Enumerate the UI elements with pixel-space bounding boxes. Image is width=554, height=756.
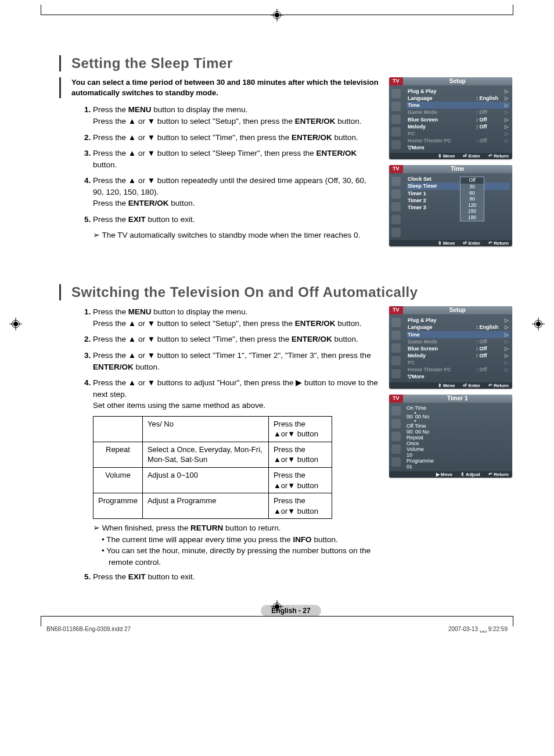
- step: Press the ▲ or ▼ button to select "Sleep…: [93, 148, 379, 170]
- step: Press the MENU button to display the men…: [93, 104, 379, 127]
- bullet: You can set the hour, minute, directly b…: [102, 545, 379, 568]
- osd-repeat-label: Repeat: [406, 435, 510, 440]
- osd-tv-label: TV: [389, 395, 403, 403]
- osd-row: Home Theater PC: Off▷: [406, 137, 510, 144]
- osd-row: Melody: Off▷: [406, 352, 510, 359]
- step: Press the MENU button to display the men…: [93, 306, 379, 329]
- page-number: English - 27: [70, 605, 512, 617]
- osd-row: Blue Screen: Off▷: [406, 116, 510, 123]
- osd-minute-box: 00: [415, 429, 421, 435]
- osd-row: Home Theater PC: Off▷: [406, 366, 510, 373]
- osd-row: ▽More: [406, 373, 510, 380]
- step: Press the ▲ or ▼ button repeatedly until…: [93, 175, 379, 209]
- osd-row: Plug & Play▷: [406, 317, 510, 324]
- osd-icon-col: [389, 314, 405, 380]
- osd-tv-label: TV: [389, 165, 403, 173]
- osd-footer: ⇕ Move ⏎ Enter ↶ Return: [389, 382, 512, 389]
- osd-row: Clock Set:: [406, 175, 510, 182]
- osd-icon-col: [389, 173, 405, 238]
- registration-mark-bottom: [273, 600, 281, 614]
- osd-row: Blue Screen: Off▷: [406, 345, 510, 352]
- osd-yesno-box: No: [423, 414, 430, 420]
- osd-row: PC▷: [406, 359, 510, 366]
- osd-icon-col: [389, 403, 405, 470]
- osd-row: Timer 1:: [406, 190, 510, 197]
- table-cell: Yes/ No: [142, 416, 268, 442]
- osd-icon-col: [389, 85, 405, 151]
- osd-sleep-timer-options: Off306090120150180: [460, 177, 484, 221]
- osd-adjust: ⇕ Adjust: [461, 472, 480, 477]
- step: Press the EXIT button to exit.: [93, 571, 379, 583]
- step: Press the ▲ or ▼ button to select "Time"…: [93, 334, 379, 345]
- content: Setting the Sleep Timer You can select a…: [0, 15, 554, 634]
- step: Press the ▲ or ▼ button to select "Timer…: [93, 350, 379, 372]
- page: Setting the Sleep Timer You can select a…: [0, 0, 554, 648]
- timer-settings-table: Yes/ No Press the ▲or▼ button Repeat Sel…: [93, 416, 332, 519]
- osd-enter: ⏎ Enter: [463, 153, 480, 159]
- osd-title: Timer 1: [403, 395, 512, 403]
- osd-off-time-label: Off Time: [406, 423, 510, 429]
- osd-time-menu: TVTime Clock Set:Sleep Timer:Timer 1:Tim…: [389, 165, 512, 246]
- table-cell: Select a Once, Everyday, Mon-Fri, Mon-Sa…: [142, 442, 268, 467]
- osd-move: ⇕ Move: [438, 241, 455, 246]
- osd-row: Sleep Timer:: [406, 182, 510, 189]
- osd-setup-menu: TVSetup Plug & Play▷Language: English▷Ti…: [389, 77, 512, 159]
- osd-footer: ⇕ Move ⏎ Enter ↶ Return: [389, 240, 512, 246]
- table-cell: Adjust a Programme: [142, 493, 268, 519]
- osd-row: Melody: Off▷: [406, 123, 510, 130]
- osd-tv-label: TV: [389, 77, 403, 85]
- crop-rule-bottom: [41, 616, 513, 617]
- osd-row: PC▷: [406, 130, 510, 137]
- table-cell: Press the ▲or▼ button: [268, 442, 332, 467]
- osd-move: ⇕ Move: [438, 383, 455, 388]
- osd-yesno-box: No: [423, 429, 430, 435]
- osd-title: Time: [403, 165, 512, 173]
- note: The TV automatically switches to standby…: [93, 230, 379, 241]
- table-cell: Press the ▲or▼ button: [268, 467, 332, 493]
- osd-enter: ⏎ Enter: [463, 241, 480, 246]
- steps-list-1: Press the MENU button to display the men…: [70, 104, 379, 225]
- print-footer: BN68-01186B-Eng-0309.indd 27 2007-03-13 …: [46, 626, 508, 632]
- osd-row: Time▷: [406, 331, 510, 338]
- osd-row: Plug & Play▷: [406, 88, 510, 95]
- osd-row: Game Mode: Off▷: [406, 109, 510, 116]
- osd-on-time-label: On Time: [406, 405, 510, 411]
- osd-move: ▶ Move: [436, 472, 453, 477]
- osd-return: ↶ Return: [488, 241, 509, 246]
- footer-file: BN68-01186B-Eng-0309.indd 27: [46, 626, 131, 632]
- osd-setup-menu: TVSetup Plug & Play▷Language: English▷Ti…: [389, 306, 512, 388]
- crop-tick: [41, 5, 41, 15]
- osd-footer: ▶ Move ⇕ Adjust ↶ Return: [389, 471, 512, 478]
- osd-row: ▽More: [406, 144, 510, 151]
- table-cell: Adjust a 0~100: [142, 467, 268, 493]
- table-row: Yes/ No Press the ▲or▼ button: [93, 416, 332, 442]
- osd-move: ⇕ Move: [438, 153, 455, 159]
- osd-volume-label: Volume: [406, 446, 510, 452]
- bullet: The current time will appear every time …: [102, 534, 379, 546]
- osd-title: Setup: [403, 306, 512, 314]
- table-cell: Repeat: [93, 442, 143, 467]
- registration-mark-left: [12, 317, 20, 331]
- osd-tv-label: TV: [389, 306, 403, 314]
- osd-return: ↶ Return: [488, 472, 509, 477]
- osd-enter: ⏎ Enter: [463, 383, 480, 388]
- registration-mark-right: [534, 317, 542, 331]
- table-row: Programme Adjust a Programme Press the ▲…: [93, 493, 332, 519]
- osd-programme-box: 01: [406, 464, 412, 470]
- osd-row: Language: English▷: [406, 324, 510, 331]
- table-row: Volume Adjust a 0~100 Press the ▲or▼ but…: [93, 467, 332, 493]
- section-title-sleep-timer: Setting the Sleep Timer: [59, 55, 512, 71]
- osd-return: ↶ Return: [488, 153, 509, 159]
- osd-hour-box: 00: [406, 429, 412, 435]
- steps-list-2: Press the MENU button to display the men…: [70, 306, 379, 411]
- osd-hour-box: 00: [406, 414, 412, 420]
- note: When finished, press the RETURN button t…: [93, 522, 379, 534]
- footer-timestamp: 2007-03-13 ␣␣ 9:22:59: [448, 626, 508, 632]
- step: Press the ▲ or ▼ buttons to adjust "Hour…: [93, 377, 379, 411]
- osd-row: Time▷: [406, 102, 510, 109]
- section-title-auto-on-off: Switching the Television On and Off Auto…: [59, 284, 512, 300]
- intro-text: You can select a time period of between …: [59, 77, 379, 98]
- registration-mark-top: [273, 9, 281, 22]
- osd-row: Language: English▷: [406, 95, 510, 102]
- osd-row: Timer 2:: [406, 197, 510, 204]
